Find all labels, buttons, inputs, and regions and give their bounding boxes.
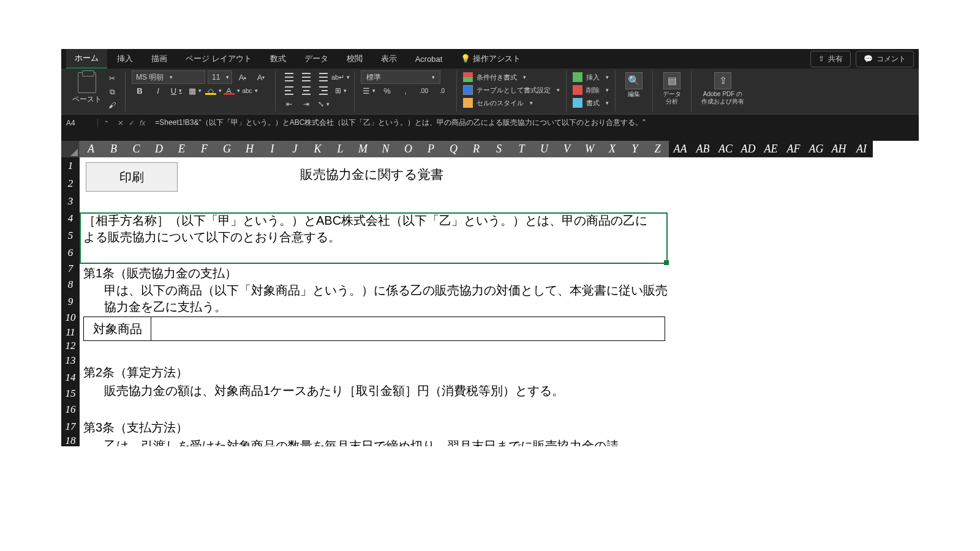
row-header[interactable]: 15 (61, 386, 80, 401)
column-header[interactable]: I (261, 141, 284, 157)
adobe-pdf-button[interactable]: ⇪ Adobe PDF の 作成および共有 (698, 71, 748, 107)
column-header[interactable]: W (578, 141, 601, 157)
percent-button[interactable]: % (379, 84, 395, 97)
column-header[interactable]: AH (827, 141, 850, 157)
column-header[interactable]: P (420, 141, 442, 157)
column-header[interactable]: AD (737, 141, 760, 157)
font-color-button[interactable]: A▾ (224, 84, 239, 97)
table-label-cell[interactable]: 対象商品 (84, 317, 151, 340)
border-button[interactable]: ▦▾ (187, 84, 203, 97)
row-header[interactable]: 10 (61, 310, 80, 325)
select-all-corner[interactable] (61, 141, 80, 157)
font-name-select[interactable]: MS 明朝▾ (132, 70, 205, 84)
currency-button[interactable]: ☰▾ (361, 84, 377, 97)
column-header[interactable]: AF (782, 141, 805, 157)
paste-button[interactable]: ペースト (70, 71, 104, 106)
column-header[interactable]: S (488, 141, 510, 157)
column-header[interactable]: AE (760, 141, 782, 157)
wrap-text-button[interactable]: ab↵▾ (333, 71, 348, 83)
column-header[interactable]: Y (624, 141, 646, 157)
column-header[interactable]: L (329, 141, 352, 157)
name-box[interactable]: A4 (61, 119, 98, 127)
font-size-select[interactable]: 11▾ (208, 70, 232, 84)
column-header[interactable]: C (125, 141, 148, 157)
tab-formulas[interactable]: 数式 (262, 50, 295, 68)
decrease-font-button[interactable]: A▾ (253, 70, 269, 84)
tab-review[interactable]: 校閲 (338, 50, 371, 68)
column-header[interactable]: D (148, 141, 170, 157)
cell-styles-button[interactable]: セルのスタイル▾ (463, 97, 560, 109)
column-header[interactable]: Q (442, 141, 465, 157)
column-header[interactable]: B (102, 141, 125, 157)
comma-button[interactable]: , (398, 84, 413, 97)
format-cells-button[interactable]: 書式▾ (573, 97, 609, 109)
increase-indent-button[interactable]: ⇥ (299, 98, 314, 110)
column-header[interactable]: AG (805, 141, 827, 157)
column-header[interactable]: T (510, 141, 533, 157)
align-left-button[interactable] (282, 84, 296, 97)
align-right-button[interactable] (316, 84, 331, 97)
row-header[interactable]: 2 (61, 174, 80, 193)
row-header[interactable]: 14 (61, 369, 80, 386)
column-header[interactable]: AA (669, 141, 692, 157)
merge-button[interactable]: ⊞▾ (333, 84, 348, 97)
column-header[interactable]: Z (646, 141, 669, 157)
underline-button[interactable]: U▾ (168, 84, 184, 97)
bold-button[interactable]: B (132, 84, 148, 97)
increase-decimal-button[interactable]: .00 (416, 84, 432, 97)
tab-page-layout[interactable]: ページ レイアウト (177, 50, 260, 68)
column-header[interactable]: N (374, 141, 397, 157)
tab-data[interactable]: データ (296, 50, 337, 68)
print-button[interactable]: 印刷 (86, 162, 178, 192)
decrease-decimal-button[interactable]: .0 (434, 84, 450, 97)
row-header[interactable]: 3 (61, 193, 80, 210)
column-header[interactable]: K (306, 141, 329, 157)
column-header[interactable]: F (193, 141, 216, 157)
increase-font-button[interactable]: A▴ (235, 70, 251, 84)
row-header[interactable]: 16 (61, 401, 80, 418)
column-header[interactable]: G (216, 141, 238, 157)
align-middle-button[interactable] (299, 71, 314, 83)
share-button[interactable]: ⇧ 共有 (810, 51, 851, 67)
row-header[interactable]: 9 (61, 293, 80, 310)
column-header[interactable]: X (601, 141, 624, 157)
tab-home[interactable]: ホーム (66, 49, 107, 69)
comments-button[interactable]: 💬 コメント (856, 51, 914, 67)
row-header[interactable]: 13 (61, 352, 80, 369)
formula-bar[interactable]: =Sheet1!B3&"（以下「甲」という。）とABC株式会社（以下「乙」という… (150, 118, 919, 128)
copy-button[interactable]: ⧉ (105, 86, 119, 98)
italic-button[interactable]: I (150, 84, 166, 97)
cut-button[interactable]: ✂ (105, 72, 119, 84)
fill-handle[interactable] (664, 260, 669, 265)
chevron-up-down-icon[interactable]: ⌃ (100, 120, 113, 126)
row-header[interactable]: 17 (61, 418, 80, 435)
column-header[interactable]: J (284, 141, 306, 157)
row-header[interactable]: 1 (61, 157, 80, 174)
row-header[interactable]: 18 (61, 435, 80, 446)
orientation-button[interactable]: ⤡▾ (316, 98, 331, 110)
format-as-table-button[interactable]: テーブルとして書式設定▾ (463, 84, 560, 96)
column-header[interactable]: AI (850, 141, 873, 157)
align-top-button[interactable] (282, 71, 296, 83)
align-bottom-button[interactable] (316, 71, 331, 83)
tab-insert[interactable]: 挿入 (108, 50, 141, 68)
row-header[interactable]: 12 (61, 340, 80, 352)
row-header[interactable]: 4 (61, 210, 80, 227)
cancel-formula-button[interactable]: ✕ (118, 119, 124, 127)
fx-button[interactable]: fx (140, 119, 145, 127)
format-painter-button[interactable]: 🖌 (105, 99, 119, 111)
column-header[interactable]: V (556, 141, 578, 157)
column-header[interactable]: E (170, 141, 193, 157)
table-value-cell[interactable] (151, 317, 665, 340)
column-header[interactable]: O (397, 141, 420, 157)
column-header[interactable]: R (465, 141, 488, 157)
row-header[interactable]: 8 (61, 276, 80, 293)
enter-formula-button[interactable]: ✓ (129, 119, 135, 127)
column-header[interactable]: AC (714, 141, 737, 157)
decrease-indent-button[interactable]: ⇤ (282, 98, 296, 110)
tab-draw[interactable]: 描画 (143, 50, 176, 68)
phonetic-button[interactable]: abc▾ (242, 84, 258, 97)
row-header[interactable]: 6 (61, 244, 80, 261)
tab-acrobat[interactable]: Acrobat (407, 51, 451, 67)
column-header[interactable]: A (80, 141, 102, 157)
